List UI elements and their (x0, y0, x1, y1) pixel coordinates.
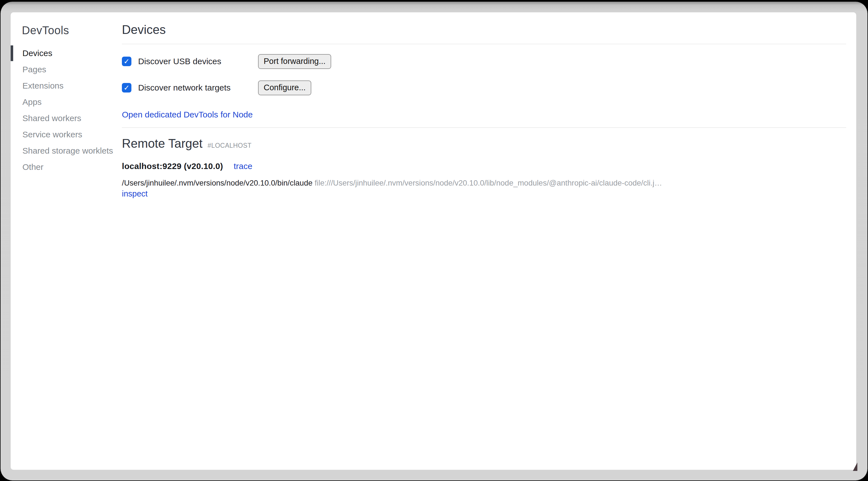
discover-network-row: ✓ Discover network targets Configure... (122, 81, 846, 94)
page-title: Devices (122, 24, 846, 36)
discover-network-label: Discover network targets (138, 83, 230, 92)
sidebar-item-extensions[interactable]: Extensions (11, 78, 122, 94)
discover-usb-checkbox[interactable]: ✓ (122, 57, 131, 66)
target-row: localhost:9229 (v20.10.0) trace (122, 161, 846, 171)
divider (122, 44, 846, 44)
target-details: /Users/jinhuilee/.nvm/versions/node/v20.… (122, 178, 682, 199)
sidebar-title: DevTools (22, 24, 122, 37)
target-file-url: file:///Users/jinhuilee/.nvm/versions/no… (315, 179, 662, 187)
sidebar-item-devices[interactable]: Devices (11, 45, 122, 61)
sidebar-item-service-workers[interactable]: Service workers (11, 126, 122, 143)
main-panel: Devices ✓ Discover USB devices Port forw… (122, 12, 846, 199)
app-window: DevTools Devices Pages Extensions Apps S… (1, 2, 867, 480)
sidebar-item-label: Apps (23, 97, 41, 107)
port-forwarding-button[interactable]: Port forwarding... (258, 54, 331, 69)
node-devtools-row: Open dedicated DevTools for Node (122, 110, 846, 119)
sidebar-item-label: Devices (23, 49, 52, 58)
configure-button[interactable]: Configure... (258, 81, 311, 95)
sidebar-item-label: Pages (23, 65, 46, 74)
discover-usb-row: ✓ Discover USB devices Port forwarding..… (122, 55, 846, 68)
sidebar-item-apps[interactable]: Apps (11, 94, 122, 110)
discover-usb-label: Discover USB devices (138, 57, 221, 66)
sidebar-item-other[interactable]: Other (11, 159, 122, 175)
target-binary-path: /Users/jinhuilee/.nvm/versions/node/v20.… (122, 179, 312, 187)
remote-target-header: Remote Target #LOCALHOST (122, 137, 846, 150)
sidebar-item-label: Shared workers (23, 114, 81, 123)
trace-link[interactable]: trace (234, 161, 252, 171)
open-node-devtools-link[interactable]: Open dedicated DevTools for Node (122, 110, 253, 119)
sidebar: DevTools Devices Pages Extensions Apps S… (11, 12, 122, 470)
sidebar-item-label: Service workers (23, 130, 82, 139)
sidebar-item-shared-workers[interactable]: Shared workers (11, 110, 122, 126)
sidebar-list: Devices Pages Extensions Apps Shared wor… (11, 45, 122, 175)
sidebar-item-label: Other (23, 162, 43, 172)
sidebar-item-label: Shared storage worklets (23, 146, 113, 156)
inspect-link[interactable]: inspect (122, 189, 148, 198)
sidebar-item-label: Extensions (23, 81, 64, 91)
divider (122, 127, 846, 128)
discover-network-checkbox[interactable]: ✓ (122, 83, 131, 92)
sidebar-item-pages[interactable]: Pages (11, 61, 122, 78)
remote-target-title: Remote Target (122, 137, 203, 150)
sidebar-item-shared-storage-worklets[interactable]: Shared storage worklets (11, 143, 122, 159)
inspect-page: DevTools Devices Pages Extensions Apps S… (11, 12, 856, 470)
remote-target-subtitle: #LOCALHOST (208, 142, 252, 149)
target-name: localhost:9229 (v20.10.0) (122, 161, 223, 171)
